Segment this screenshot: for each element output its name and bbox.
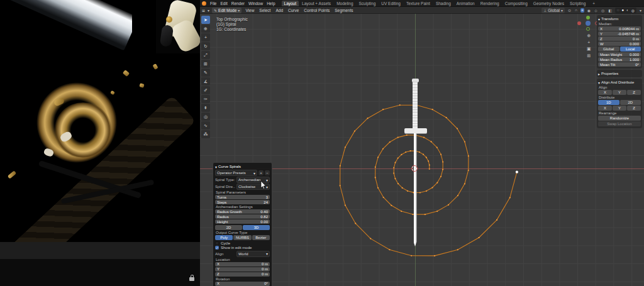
viewport-3d[interactable]: Top Orthographic (1G) Spiral 1G: Coordin… (200, 14, 644, 286)
navigation-gizmo[interactable] (577, 16, 599, 32)
workspace-tab[interactable]: Geometry Nodes (531, 1, 567, 6)
show-in-edit-mode-checkbox[interactable]: ✓ (215, 246, 219, 250)
sword-handle[interactable] (413, 82, 418, 128)
operator-presets-dropdown[interactable]: Operator Presets ▾ (215, 170, 257, 176)
cycle-checkbox[interactable] (215, 241, 219, 245)
archemedian-field[interactable]: Radius0.82 (215, 214, 270, 219)
location-field[interactable]: Y0 m (215, 267, 270, 272)
zoom-icon[interactable]: ⊕ (587, 33, 591, 38)
pan-icon[interactable]: + (587, 40, 591, 45)
align-distribute-header[interactable]: ▾ Align And Distribute (598, 80, 641, 85)
mean-field[interactable]: Mean Weight0.000 (598, 52, 641, 57)
sword-guard[interactable] (404, 128, 427, 133)
location-field[interactable]: Z0 m (215, 272, 270, 277)
distribute-axis-button[interactable]: Y (613, 106, 626, 111)
randomize-button[interactable]: Randomize (598, 116, 641, 121)
align-axis-button[interactable]: Y (613, 90, 626, 95)
spiral-dim-button[interactable]: 2D (215, 225, 242, 230)
topbar-menu[interactable]: Help (265, 1, 276, 6)
spiral-param-field[interactable]: Steps24 (215, 200, 270, 204)
shading-dropdown-caret[interactable]: ▾ (639, 8, 642, 13)
axis-z-handle[interactable] (586, 21, 591, 26)
median-field[interactable]: W0.000 (598, 41, 641, 46)
show-overlays-icon[interactable]: ◎ (601, 8, 605, 13)
solid-shading-icon[interactable]: ● (621, 8, 625, 12)
workspace-tab[interactable]: Rendering (478, 1, 502, 6)
annotate-tool[interactable]: ✎ (201, 69, 210, 77)
workspace-tab[interactable]: UV Editing (379, 1, 403, 6)
topbar-menu[interactable]: File (209, 1, 218, 6)
axis-y-neg-handle[interactable] (586, 27, 590, 31)
distribute-dim-button[interactable]: 2D (620, 100, 641, 105)
workspace-tab[interactable]: Compositing (502, 1, 530, 6)
archemedian-field[interactable]: Height0.00 (215, 219, 270, 224)
sword-blade[interactable] (414, 133, 417, 246)
space-toggle-button[interactable]: Global (598, 47, 619, 52)
add-workspace-button[interactable]: + (591, 1, 597, 6)
axis-y-handle[interactable] (586, 16, 590, 19)
curve-type-button[interactable]: Bezier (252, 235, 270, 240)
remove-preset-button[interactable]: − (265, 170, 270, 175)
workspace-tab[interactable]: Modeling (334, 1, 355, 6)
workspace-tab[interactable]: Scripting (567, 1, 588, 6)
swap-location-button[interactable]: Swap Location (598, 121, 641, 126)
viewport-menu[interactable]: Add (274, 8, 284, 13)
viewport-menu[interactable]: Segments (333, 8, 354, 13)
spiral-param-field[interactable]: Turns3 (215, 195, 270, 199)
rotation-field[interactable]: X0° (215, 282, 270, 286)
randomize-tool[interactable]: ⁂ (201, 130, 210, 138)
curve-type-button[interactable]: NURBS (233, 235, 251, 240)
rotate-tool[interactable]: ↻ (201, 42, 210, 50)
ortho-toggle-icon[interactable]: ⊞ (587, 53, 591, 58)
move-tool[interactable]: + (201, 33, 210, 41)
topbar-menu[interactable]: Window (247, 1, 264, 6)
tilt-tool[interactable]: ∿ (201, 121, 210, 129)
spiral-dim-button[interactable]: 3D (243, 225, 270, 230)
distribute-axis-button[interactable]: Z (627, 106, 641, 111)
workspace-tab[interactable]: Sculpting (357, 1, 379, 6)
select-box-tool[interactable]: ➤ (201, 16, 210, 24)
blender-logo-icon[interactable] (202, 1, 206, 6)
mean-field[interactable]: Mean Radius1.000 (598, 57, 641, 62)
material-shading-icon[interactable]: ◐ (626, 8, 630, 12)
editor-type-icon[interactable]: ⊞ (202, 8, 205, 13)
workspace-tab[interactable]: Layout + Assets (299, 1, 333, 6)
extrude-tool[interactable]: ⇞ (201, 104, 210, 112)
mode-selector[interactable]: ✎ Edit Mode ▾ (212, 8, 242, 13)
add-preset-button[interactable]: + (258, 170, 264, 175)
align-dropdown[interactable]: World ▾ (236, 251, 270, 257)
xray-toggle-icon[interactable]: ◧ (608, 8, 613, 13)
median-field[interactable]: Y-0.045748 m (598, 31, 641, 36)
workspace-tab[interactable]: Texture Paint (404, 1, 433, 6)
axis-x-neg-handle[interactable] (577, 21, 581, 25)
snap-magnet-icon[interactable]: ∩ (574, 8, 578, 12)
distribute-dim-button[interactable]: 1D (598, 100, 619, 105)
transform-tool[interactable]: ⊞ (201, 60, 210, 68)
editor-type-caret[interactable]: ▾ (208, 8, 209, 13)
cursor-tool[interactable]: ⊕ (201, 25, 210, 33)
radius-tool[interactable]: ◎ (201, 113, 210, 121)
camera-view-icon[interactable]: ▣ (587, 47, 591, 52)
median-field[interactable]: X0.008044 m (598, 26, 641, 31)
pivot-point-icon[interactable]: ⊙ (567, 8, 572, 13)
properties-section-header[interactable]: ▸ Properties (598, 71, 641, 76)
archemedian-field[interactable]: Radius Growth0.40 (215, 209, 270, 214)
show-gizmos-icon[interactable]: ⊹ (594, 8, 598, 13)
lock-icon[interactable] (189, 277, 194, 281)
rendered-shading-icon[interactable]: ◍ (631, 8, 635, 13)
scale-tool[interactable]: ⤢ (201, 51, 210, 59)
location-field[interactable]: X0 m (215, 262, 270, 267)
wireframe-shading-icon[interactable]: ◌ (616, 8, 620, 12)
topbar-menu[interactable]: Edit (219, 1, 228, 6)
viewport-menu[interactable]: Select (258, 8, 272, 13)
viewport-menu[interactable]: View (244, 8, 255, 13)
topbar-menu[interactable]: Render (230, 1, 246, 6)
workspace-tab[interactable]: Layout (282, 1, 299, 6)
transform-orientation-dropdown[interactable]: ⊥ Global ▾ (541, 8, 565, 13)
workspace-tab[interactable]: Shading (433, 1, 453, 6)
draw-tool[interactable]: ✐ (201, 86, 210, 94)
mean-field[interactable]: Mean Tilt0° (598, 62, 641, 67)
space-toggle-button[interactable]: Local (620, 47, 641, 52)
transform-section-header[interactable]: ▾ Transform (598, 16, 641, 21)
distribute-axis-button[interactable]: X (598, 106, 612, 111)
